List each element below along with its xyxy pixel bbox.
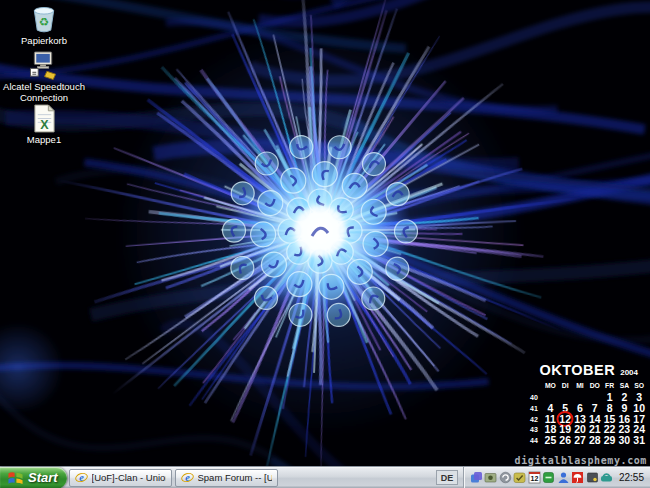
svg-text:e: e: [185, 472, 190, 483]
calendar-day: 25: [543, 435, 558, 446]
internet-explorer-icon: e: [181, 471, 194, 484]
calendar-week-number: 41: [530, 403, 543, 414]
calendar-day: 29: [602, 435, 617, 446]
svg-text:X: X: [40, 118, 49, 132]
scheduler-icon[interactable]: [513, 471, 526, 484]
user-status-icon[interactable]: [557, 471, 570, 484]
calendar-day: 4: [543, 403, 558, 414]
desktop-icon-label: Alcatel Speedtouch Connection: [0, 82, 92, 104]
calendar-day: 30: [617, 435, 632, 446]
taskbar-task-uof-clan[interactable]: e [UoF]-Clan - Union of...: [69, 469, 172, 487]
green-utility-icon[interactable]: [542, 471, 555, 484]
system-tray: 12: [463, 467, 650, 488]
calendar-year: 2004: [620, 368, 638, 377]
antivirus-icon[interactable]: [571, 471, 584, 484]
svg-text:e: e: [79, 472, 84, 483]
taskbar-task-spam-forum[interactable]: e Spam Forum -- [UoF]-...: [175, 469, 278, 487]
calendar-week-number: 40: [530, 392, 543, 403]
calendar-day-header: DI: [558, 380, 573, 392]
wallpaper-calendar: OKTOBER 2004 MODIMIDOFRSASO4012341456789…: [530, 362, 648, 446]
desktop-icon-alcatel-speedtouch[interactable]: Alcatel Speedtouch Connection: [0, 50, 92, 104]
desktop-icon-label: Mappe1: [27, 135, 61, 146]
calendar-day: 10: [632, 403, 647, 414]
audio-device-icon[interactable]: [586, 471, 599, 484]
update-icon[interactable]: [499, 471, 512, 484]
svg-text:12: 12: [531, 475, 539, 482]
graphics-utility-icon[interactable]: [484, 471, 497, 484]
excel-workbook-icon: X: [32, 103, 57, 133]
calendar-day: 6: [573, 403, 588, 414]
desktop-icon-mappe1[interactable]: X Mappe1: [0, 103, 92, 146]
taskbar: Start e [UoF]-Clan - Union of... e Spam …: [0, 466, 650, 488]
calendar-day: 27: [573, 435, 588, 446]
desktop: ♻ Papierkorb Alcatel Speedtouch Connecti…: [0, 0, 650, 488]
calendar-day-header: MI: [573, 380, 588, 392]
dialup-connection-icon: [27, 50, 61, 80]
start-button-label: Start: [28, 470, 64, 485]
calendar-day: 26: [558, 435, 573, 446]
date-icon[interactable]: 12: [528, 471, 541, 484]
task-label: [UoF]-Clan - Union of...: [92, 472, 166, 483]
task-label: Spam Forum -- [UoF]-...: [198, 472, 272, 483]
calendar-day: 28: [587, 435, 602, 446]
language-indicator[interactable]: DE: [436, 470, 458, 485]
internet-explorer-icon: e: [75, 471, 88, 484]
modem-icon[interactable]: [600, 471, 613, 484]
calendar-week-number: 44: [530, 435, 543, 446]
calendar-day: 7: [587, 403, 602, 414]
calendar-week-number: 43: [530, 424, 543, 435]
calendar-day: 31: [632, 435, 647, 446]
wallpaper-watermark: digitalblasphemy.com: [515, 455, 647, 466]
calendar-grid: MODIMIDOFRSASO40123414567891042111213141…: [530, 380, 648, 446]
calendar-day: 9: [617, 403, 632, 414]
desktop-icon-label: Papierkorb: [21, 36, 67, 47]
calendar-day-header: DO: [587, 380, 602, 392]
recycle-bin-icon: ♻: [29, 4, 59, 34]
messenger-icon[interactable]: [470, 471, 483, 484]
calendar-day: 8: [602, 403, 617, 414]
desktop-icon-papierkorb[interactable]: ♻ Papierkorb: [0, 4, 92, 47]
windows-logo-icon: [7, 470, 24, 485]
taskbar-clock[interactable]: 22:55: [619, 472, 644, 483]
calendar-week-number: 42: [530, 414, 543, 425]
calendar-corner: [530, 380, 543, 392]
calendar-month-title: OKTOBER: [539, 362, 615, 378]
svg-text:♻: ♻: [39, 15, 49, 28]
start-button[interactable]: Start: [0, 467, 67, 488]
calendar-day-header: MO: [543, 380, 558, 392]
